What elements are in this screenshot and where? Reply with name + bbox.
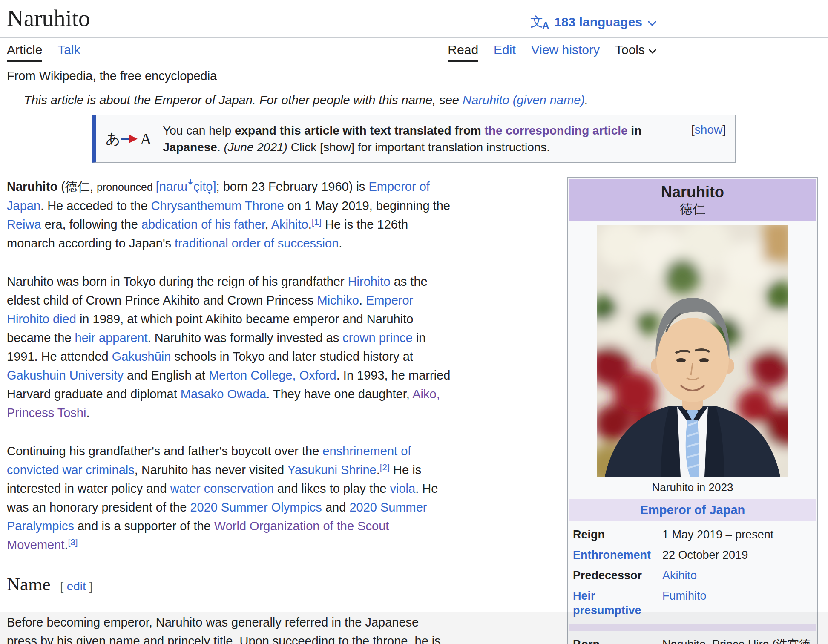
inline-link[interactable]: Akihito — [662, 569, 697, 582]
inline-link[interactable]: Gakushuin University — [7, 368, 124, 382]
infobox-row-reign: Reign 1 May 2019 – present — [569, 524, 816, 545]
inline-link[interactable]: Yasukuni Shrine — [288, 463, 377, 477]
tab-read[interactable]: Read — [448, 38, 478, 62]
reference-link[interactable]: [2] — [380, 462, 390, 472]
inline-link[interactable]: heir apparent — [75, 331, 148, 345]
inline-link[interactable]: Merton College, Oxford — [209, 368, 336, 382]
chevron-down-icon — [648, 43, 657, 57]
inline-link[interactable]: Akihito — [271, 218, 308, 231]
text-segment: . — [217, 141, 224, 154]
translate-icon: あ A — [106, 129, 152, 149]
infobox-row-enthronement: Enthronement 22 October 2019 — [569, 545, 816, 565]
text-segment: 1 May 2019 – present — [662, 528, 773, 541]
section-title: Name — [7, 574, 51, 594]
text-segment: and likes to play the — [274, 482, 390, 495]
tab-talk[interactable]: Talk — [58, 38, 80, 62]
infobox-title: Naruhito — [571, 183, 814, 201]
article-content: Naruhito 徳仁 — [7, 177, 821, 644]
text-segment: . Naruhito was formally invested as — [148, 331, 343, 345]
text-segment: . — [339, 236, 342, 250]
languages-label: 183 languages — [554, 15, 642, 29]
infobox: Naruhito 徳仁 — [567, 177, 818, 644]
text-segment: 22 October 2019 — [662, 549, 748, 561]
inline-link[interactable]: [naɾɯꜜçito̞] — [156, 180, 216, 193]
inline-link[interactable]: crown prince — [342, 331, 412, 345]
row-value: 1 May 2019 – present — [662, 527, 812, 542]
text-segment: Naruhito was born in Tokyo during the re… — [7, 275, 348, 288]
inline-link[interactable]: Chrysanthemum Throne — [151, 199, 284, 213]
hatnote: This article is about the Emperor of Jap… — [24, 93, 821, 107]
text-segment: This article is about the Emperor of Jap… — [24, 93, 463, 107]
text-segment: (徳仁, — [58, 180, 97, 193]
text-segment: You can help — [163, 124, 235, 137]
text-segment: (June 2021) — [224, 141, 287, 154]
text-segment: and is a supporter of the — [74, 519, 214, 533]
text-segment: pronounced — [97, 181, 156, 193]
inline-link[interactable]: Hirohito — [348, 275, 391, 288]
tab-group-left: Article Talk — [7, 38, 80, 62]
reference-link[interactable]: [3] — [68, 537, 78, 547]
tab-tools[interactable]: Tools — [615, 38, 657, 62]
text-segment: . He acceded to the — [40, 199, 151, 213]
text-segment: . — [308, 218, 312, 231]
text-segment: expand this article with text translated… — [235, 124, 485, 137]
translation-notice-text: You can help expand this article with te… — [156, 122, 687, 155]
infobox-office-band: Emperor of Japan — [569, 499, 816, 521]
text-segment: Continuing his grandfather's and father'… — [7, 444, 322, 458]
infobox-row-born: Born Naruhito, Prince Hiro (浩宮徳仁親王) — [569, 634, 816, 644]
row-label-link[interactable]: Enthronement — [573, 548, 662, 562]
text-segment: Click [show] for important translation i… — [288, 141, 550, 154]
inline-link[interactable]: Michiko — [317, 293, 359, 307]
row-value: Akihito — [662, 568, 812, 583]
article-header: Naruhito 文A 183 languages — [0, 4, 828, 38]
inline-link[interactable]: traditional order of succession — [175, 236, 339, 250]
infobox-row-predecessor: Predecessor Akihito — [569, 565, 816, 586]
language-icon: 文A — [530, 13, 550, 31]
show-toggle[interactable]: [show] — [691, 123, 726, 137]
row-value: Fumihito — [662, 589, 812, 618]
reference-link[interactable]: [1] — [312, 217, 322, 227]
edit-section-link[interactable]: edit — [67, 580, 86, 593]
inline-link[interactable]: 2020 Summer Olympics — [190, 500, 322, 514]
inline-link[interactable]: Fumihito — [662, 589, 707, 602]
row-label-link[interactable]: Heir presumptive — [573, 589, 662, 618]
inline-link[interactable]: abdication of his father — [141, 218, 265, 231]
text-segment: . — [86, 406, 89, 420]
text-segment: . — [585, 93, 588, 107]
name-section-paragraph: Before becoming emperor, Naruhito was ge… — [7, 613, 452, 644]
inline-link[interactable]: the corresponding article — [485, 124, 628, 137]
infobox-subtitle: 徳仁 — [571, 201, 814, 217]
infobox-header: Naruhito 徳仁 — [569, 179, 816, 221]
tab-view-history[interactable]: View history — [531, 38, 600, 62]
lead-paragraph-2: Naruhito was born in Tokyo during the re… — [7, 272, 452, 422]
translation-notice-box: あ A You can help expand this article wit… — [92, 115, 736, 163]
lead-paragraph-1: Naruhito (徳仁, pronounced [naɾɯꜜçito̞]; b… — [7, 177, 452, 253]
text-segment: on 1 May 2019, beginning the — [284, 199, 450, 213]
wikipedia-article-page: Naruhito 文A 183 languages Article Talk R… — [0, 0, 828, 644]
text-segment: . — [359, 293, 366, 307]
office-link[interactable]: Emperor of Japan — [640, 503, 745, 517]
infobox-portrait-image[interactable] — [597, 225, 788, 477]
languages-button[interactable]: 文A 183 languages — [530, 13, 657, 31]
infobox-separator — [569, 624, 816, 631]
inline-link[interactable]: Reiwa — [7, 218, 41, 231]
inline-link[interactable]: water conservation — [170, 482, 274, 495]
page-title: Naruhito — [7, 6, 90, 31]
text-segment: ; born 23 February 1960) is — [216, 180, 369, 193]
text-segment: schools in Tokyo and later studied histo… — [171, 350, 413, 363]
row-label: Predecessor — [573, 568, 662, 583]
inline-link[interactable]: viola — [390, 482, 416, 495]
inline-link[interactable]: Masako Owada — [181, 387, 267, 401]
show-link[interactable]: show — [695, 123, 722, 136]
text-segment: , Naruhito has never visited — [135, 463, 288, 477]
tab-edit[interactable]: Edit — [494, 38, 516, 62]
infobox-row-heir-presumptive: Heir presumptive Fumihito — [569, 586, 816, 621]
text-segment: and — [322, 500, 350, 514]
tab-article[interactable]: Article — [7, 38, 42, 62]
portrait-caption: Naruhito in 2023 — [569, 481, 816, 494]
row-value: 22 October 2019 — [662, 548, 812, 562]
inline-link[interactable]: Gakushūin — [112, 350, 171, 363]
inline-link[interactable]: Naruhito (given name) — [463, 93, 585, 107]
row-label: Reign — [573, 527, 662, 542]
text-segment: era, following the — [41, 218, 141, 231]
